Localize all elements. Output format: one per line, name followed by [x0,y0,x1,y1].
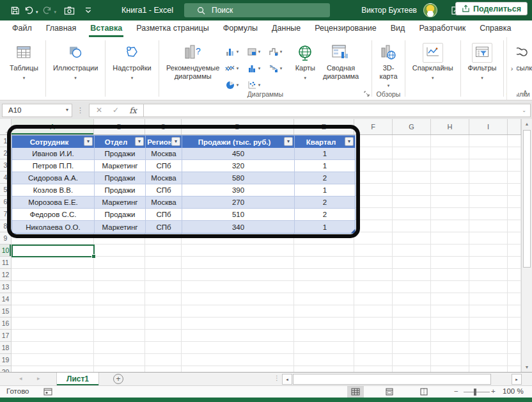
grid-cell[interactable] [508,342,521,354]
table-cell[interactable]: 2 [295,209,355,221]
grid-cell[interactable] [508,159,521,172]
grid-cell[interactable] [12,293,94,305]
column-header-E[interactable]: E [294,119,354,134]
grid-cell[interactable] [469,318,508,330]
tab-Данные[interactable]: Данные [265,20,308,37]
column-header-G[interactable]: G [393,119,431,134]
grid-cell[interactable] [354,269,393,281]
filter-button[interactable]: ▾ [284,137,293,146]
customize-qat-button[interactable] [81,2,95,19]
horizontal-scroll-thumb[interactable] [293,374,491,385]
grid-cell[interactable] [354,147,393,159]
grid-cell[interactable] [469,135,508,147]
grid-cell[interactable] [94,257,145,269]
row-header-13[interactable]: 13 [0,281,12,293]
grid-cell[interactable] [469,184,508,196]
grid-cell[interactable] [145,293,182,305]
grid-cell[interactable] [182,330,294,342]
grid-cell[interactable] [145,232,182,245]
selected-cell[interactable] [12,245,95,257]
table-cell[interactable]: Москва [146,172,182,184]
table-cell[interactable]: Продажи [95,209,146,221]
ribbon-scroll-right[interactable]: › [506,37,517,100]
table-cell[interactable]: 1 [295,148,355,160]
grid-cell[interactable] [145,354,182,366]
grid-cell[interactable] [182,342,294,354]
table-cell[interactable]: 270 [182,197,295,209]
grid-cell[interactable] [393,135,431,147]
grid-cell[interactable] [431,147,469,159]
grid-cell[interactable] [94,232,145,245]
table-cell[interactable]: 580 [182,172,295,184]
grid-cell[interactable] [145,342,182,354]
column-chart-button[interactable]: ▾ [225,44,247,60]
grid-cell[interactable] [354,135,393,147]
row-header-2[interactable]: 2 [0,147,12,159]
grid-cell[interactable] [469,257,508,269]
grid-cell[interactable] [354,196,393,208]
grid-cell[interactable] [94,342,145,354]
grid-cell[interactable] [431,184,469,196]
table-cell[interactable]: Сидорова А.А. [12,172,95,184]
grid-cell[interactable] [94,318,145,330]
sheet-tab-list1[interactable]: Лист1 [56,373,99,385]
grid-cell[interactable] [393,293,431,305]
table-cell[interactable]: Морозова Е.Е. [12,197,95,209]
table-cell[interactable]: Продажи [95,148,146,160]
grid-cell[interactable] [294,269,354,281]
table-cell[interactable]: 2 [295,197,355,209]
grid-cell[interactable] [354,220,393,232]
insert-function-button[interactable]: fx [129,106,137,115]
tables-button[interactable]: Таблицы ▾ [6,40,42,82]
row-header-15[interactable]: 15 [0,305,12,318]
grid-cell[interactable] [12,281,94,293]
horizontal-scrollbar[interactable]: ◂ ▸ [282,374,522,385]
table-cell[interactable]: Козлов В.В. [12,184,95,197]
table-cell[interactable]: Москва [146,148,182,160]
tab-Справка[interactable]: Справка [473,20,518,37]
zoom-slider-handle[interactable] [474,389,476,396]
row-header-20[interactable]: 20 [0,366,12,372]
column-header-H[interactable]: H [431,119,469,134]
row-header-7[interactable]: 7 [0,208,12,220]
name-box[interactable]: A10 ▾ [2,104,72,117]
grid-cell[interactable] [12,305,94,318]
grid-cell[interactable] [393,147,431,159]
tab-Разметка страницы[interactable]: Разметка страницы [129,20,215,37]
grid-cell[interactable] [354,305,393,318]
grid-cell[interactable] [393,245,431,257]
tab-splitter[interactable]: ⋮ [274,374,280,382]
grid-cell[interactable] [94,330,145,342]
grid-cell[interactable] [393,269,431,281]
grid-cell[interactable] [354,354,393,366]
column-header-I[interactable]: I [469,119,508,134]
select-all-corner[interactable] [0,119,12,134]
grid-cell[interactable] [431,305,469,318]
column-header-B[interactable]: B [94,119,145,134]
grid-cell[interactable] [12,354,94,366]
grid-cell[interactable] [393,366,431,372]
table-cell[interactable]: СПб [146,160,182,172]
grid-cell[interactable] [354,342,393,354]
table-cell[interactable]: 340 [182,221,295,233]
grid-cell[interactable] [469,232,508,245]
tab-Рецензирование[interactable]: Рецензирование [308,20,384,37]
grid-cell[interactable] [294,342,354,354]
grid-cell[interactable] [94,354,145,366]
grid-cell[interactable] [469,208,508,220]
grid-cell[interactable] [469,269,508,281]
scroll-up-icon[interactable]: ▲ [522,122,532,126]
grid-cell[interactable] [508,184,521,196]
line-chart-button[interactable]: ▾ [225,60,247,77]
zoom-in-button[interactable]: + [491,387,496,395]
column-header-A[interactable]: A [12,119,94,134]
zoom-level[interactable]: 100 % [503,387,524,395]
grid-cell[interactable] [469,245,508,257]
user-avatar[interactable] [423,3,437,17]
grid-cell[interactable] [431,342,469,354]
tab-Формулы[interactable]: Формулы [216,20,265,37]
grid-cell[interactable] [431,208,469,220]
row-header-5[interactable]: 5 [0,184,12,196]
waterfall-chart-button[interactable]: ▾ [269,60,290,77]
column-header-blank[interactable] [508,119,521,134]
